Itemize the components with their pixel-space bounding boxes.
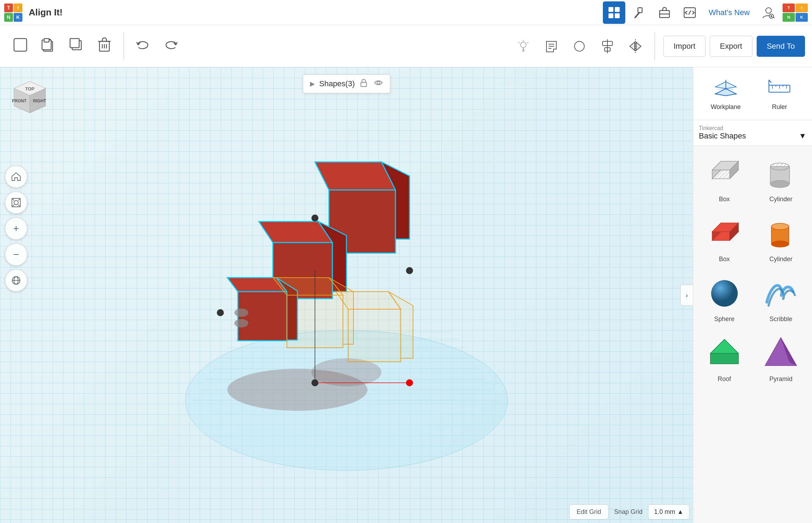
- category-header: Tinkercad Basic Shapes ▼: [693, 120, 812, 146]
- svg-line-103: [769, 80, 771, 83]
- lock-icon[interactable]: [359, 78, 368, 89]
- snap-grid-label: Snap Grid: [614, 508, 642, 516]
- briefcase-button[interactable]: [653, 1, 676, 24]
- circle-tool-button[interactable]: [566, 29, 593, 64]
- paste-button[interactable]: [35, 29, 62, 64]
- send-to-button[interactable]: Send To: [757, 36, 805, 57]
- workplane-tool[interactable]: Workplane: [699, 73, 753, 114]
- top-navigation: T I N K Align It! Wh: [0, 0, 812, 25]
- shape-item-scribble[interactable]: Scribble: [753, 269, 810, 328]
- pyramid-thumb: [760, 334, 802, 373]
- duplicate-icon: [69, 37, 84, 55]
- panel-tools: Workplane Ruler: [693, 67, 812, 120]
- shape-item-box-red[interactable]: Box: [696, 209, 753, 269]
- eye-icon[interactable]: [374, 78, 383, 89]
- category-main-row: Basic Shapes ▼: [699, 131, 806, 141]
- whats-new-button[interactable]: What's New: [704, 5, 755, 20]
- svg-rect-0: [608, 7, 613, 12]
- shape-item-roof[interactable]: Roof: [696, 328, 753, 388]
- svg-line-41: [12, 205, 14, 207]
- roof-label: Roof: [718, 375, 731, 383]
- tinkercad-logo-right: T I N K: [783, 4, 808, 22]
- cube-front-label: FRONT: [12, 99, 27, 103]
- code-button[interactable]: [679, 1, 701, 24]
- shapes-group-label: ▶ Shapes(3): [303, 74, 390, 93]
- fit-view-button[interactable]: [5, 191, 27, 214]
- user-account-button[interactable]: [757, 1, 780, 24]
- svg-point-90: [406, 379, 413, 386]
- zoom-out-button[interactable]: [5, 243, 27, 266]
- hammer-button[interactable]: [628, 1, 651, 24]
- light-tool-button[interactable]: [510, 29, 537, 64]
- viewport[interactable]: TOP FRONT RIGHT ▶ Shapes(3): [0, 67, 693, 523]
- sphere-blue-label: Sphere: [714, 315, 735, 323]
- shape-item-pyramid[interactable]: Pyramid: [753, 328, 810, 388]
- new-shape-button[interactable]: [7, 29, 34, 64]
- shape-item-cylinder-orange[interactable]: Cylinder: [753, 209, 810, 269]
- shapes-expand-icon[interactable]: ▶: [310, 80, 315, 88]
- cube-top-label: TOP: [25, 86, 35, 91]
- svg-line-42: [18, 205, 20, 207]
- svg-point-120: [711, 280, 738, 307]
- delete-button[interactable]: [91, 29, 118, 64]
- undo-button[interactable]: [130, 29, 156, 64]
- svg-rect-53: [361, 82, 366, 87]
- scribble-thumb: [760, 274, 802, 313]
- view-cube[interactable]: TOP FRONT RIGHT: [7, 74, 53, 120]
- redo-button[interactable]: [158, 29, 184, 64]
- svg-marker-82: [348, 309, 401, 362]
- svg-point-65: [311, 358, 381, 386]
- edit-grid-button[interactable]: Edit Grid: [569, 504, 608, 519]
- svg-point-112: [770, 181, 789, 188]
- svg-rect-17: [44, 39, 49, 42]
- ruler-tool[interactable]: Ruler: [753, 73, 807, 114]
- box-gray-label: Box: [719, 196, 730, 203]
- right-panel: Workplane Ruler: [693, 67, 812, 523]
- perspective-button[interactable]: [5, 269, 27, 292]
- dropdown-arrow-icon[interactable]: ▼: [799, 131, 806, 141]
- svg-marker-93: [715, 82, 736, 89]
- shapes-count: Shapes(3): [319, 79, 355, 88]
- home-view-button[interactable]: [5, 165, 27, 188]
- cylinder-orange-label: Cylinder: [769, 256, 792, 263]
- bottom-controls: Edit Grid Snap Grid 1.0 mm ▲: [569, 504, 689, 519]
- svg-point-119: [771, 241, 789, 247]
- svg-point-54: [377, 81, 380, 84]
- import-button[interactable]: Import: [663, 36, 706, 57]
- 3d-canvas[interactable]: [0, 67, 693, 523]
- category-sub: Tinkercad: [699, 125, 806, 131]
- mirror-tool-button[interactable]: [622, 29, 649, 64]
- logo-k: K: [14, 13, 22, 22]
- svg-rect-3: [615, 13, 620, 18]
- shape-item-sphere-blue[interactable]: Sphere: [696, 269, 753, 328]
- cylinder-gray-label: Cylinder: [769, 196, 792, 203]
- duplicate-button[interactable]: [63, 29, 90, 64]
- svg-point-9: [766, 8, 771, 13]
- svg-point-25: [521, 42, 526, 48]
- svg-point-88: [217, 309, 224, 316]
- svg-point-77: [234, 319, 248, 327]
- snap-grid-value[interactable]: 1.0 mm ▲: [648, 504, 689, 519]
- grid-view-button[interactable]: [603, 1, 625, 24]
- toolbar-divider: [123, 32, 124, 60]
- paste-icon: [41, 37, 56, 55]
- shape-item-cylinder-gray[interactable]: Cylinder: [753, 149, 810, 209]
- note-tool-button[interactable]: [538, 29, 565, 64]
- logo-t: T: [4, 4, 13, 12]
- svg-point-32: [574, 41, 584, 51]
- svg-line-40: [18, 198, 20, 201]
- svg-line-27: [527, 42, 528, 43]
- export-button[interactable]: Export: [710, 36, 752, 57]
- align-tool-button[interactable]: [594, 29, 621, 64]
- left-controls: [5, 165, 27, 292]
- snap-value: 1.0 mm: [654, 508, 675, 516]
- undo-icon: [135, 37, 151, 55]
- zoom-in-button[interactable]: [5, 217, 27, 240]
- shape-item-box-gray[interactable]: Box: [696, 149, 753, 209]
- panel-collapse-button[interactable]: ›: [680, 285, 693, 306]
- svg-marker-122: [710, 339, 738, 353]
- toolbar-divider-2: [654, 32, 655, 60]
- svg-rect-19: [70, 39, 79, 48]
- svg-point-111: [770, 163, 789, 170]
- app-logo[interactable]: T I N K: [4, 4, 22, 22]
